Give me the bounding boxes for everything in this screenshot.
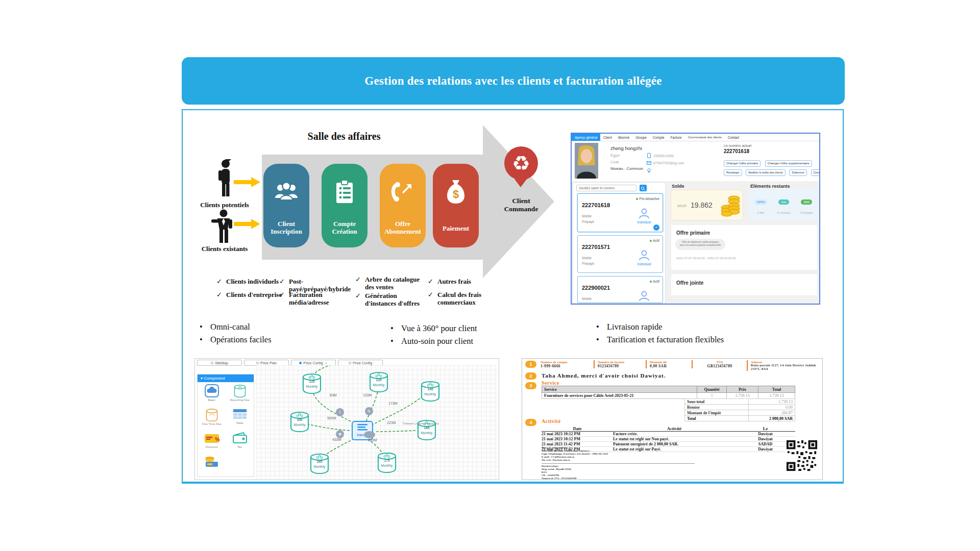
status-dot xyxy=(650,281,652,283)
design-canvas[interactable]: 125Monthly 125Monthly 350Monthly 145Mont… xyxy=(256,365,498,479)
tab-sitemap[interactable]: SiteMap xyxy=(197,360,242,366)
activity-row: 21 mai 2023 11:42 PMPaiement enregistré … xyxy=(542,442,795,447)
number-search-input[interactable] xyxy=(576,185,636,191)
activity-heading: Activité xyxy=(542,418,560,424)
create-tt-button[interactable]: Créer TT xyxy=(811,169,820,176)
step-label: Création xyxy=(332,228,357,235)
customer-name: zheng hongzhi xyxy=(610,145,642,151)
subscriber-card[interactable]: Actif 222900021 Mobile xyxy=(577,276,663,303)
offer-period: 2021-07-07 00:00:00 - 2051-07-28 00:00:0… xyxy=(676,257,736,260)
crm-tab-communaute[interactable]: Communauté des clients xyxy=(685,134,725,141)
subscribe-button[interactable]: S'abonner xyxy=(789,169,807,176)
check-icon: ✓ xyxy=(216,291,222,298)
summary-row: Montant de l'impôt260.87 xyxy=(685,410,795,416)
crm-tab-compte[interactable]: Compte xyxy=(650,134,668,141)
crm-tab-contact[interactable]: Contact xyxy=(725,134,742,141)
customer-email: 875947545@qq.com xyxy=(653,161,684,165)
step-label: Abonnement xyxy=(384,228,421,235)
crm-tab-overview[interactable]: Aperçu général xyxy=(572,134,600,141)
component-one-time-fee[interactable]: One Time Fee xyxy=(198,406,226,430)
subscriber-number: 222900021 xyxy=(582,285,610,291)
info-button[interactable]: i xyxy=(336,408,344,416)
price-node[interactable]: 285Monthly xyxy=(308,453,331,474)
price-designer-screenshot: SiteMap Price Plan Price Config ⌄ Price … xyxy=(194,358,499,480)
subscriber-plan: Prépayé xyxy=(582,262,594,265)
status-badge: Actif xyxy=(653,280,659,283)
component-panel: ▾ Component Basic Recurring Fee One Time… xyxy=(197,374,254,477)
bullet-icon: • xyxy=(200,333,203,346)
check-item: ✓Facturation média/adresse xyxy=(289,291,360,306)
price-node[interactable]: 145Monthly xyxy=(419,380,442,402)
bullet-icon: • xyxy=(596,333,599,346)
radio-icon xyxy=(211,362,213,364)
recurring-fee-icon xyxy=(232,384,248,397)
marker-3: 3 xyxy=(525,382,536,389)
balance-card: MUR 19.862 xyxy=(671,190,743,220)
invoice-summary-table: Sous-total1,739.13 Remise0.00 Montant de… xyxy=(684,398,795,421)
cylinder-node-icon xyxy=(288,411,311,432)
service-row: Fourniture de services pour Câble Ariel-… xyxy=(542,393,795,399)
balance-currency: MUR xyxy=(677,204,687,208)
crm-profile-section: zheng hongzhi Égypt Code Niveau : Commun… xyxy=(572,141,819,181)
qr-code xyxy=(786,439,818,472)
price-node[interactable]: 125Monthly xyxy=(301,372,323,394)
bullet-group: •Omni-canal •Opérations faciles xyxy=(210,320,272,346)
component-extra[interactable] xyxy=(198,454,226,477)
edit-balance-button[interactable]: Modifier le solde des clients xyxy=(746,169,786,176)
subscriber-type: Mobile xyxy=(582,214,592,218)
flow-arrow-icon xyxy=(234,177,260,187)
search-button[interactable] xyxy=(640,185,647,191)
component-tax[interactable]: Tax xyxy=(226,430,254,454)
component-button[interactable]: ❖ xyxy=(336,430,344,438)
check-icon: ✓ xyxy=(428,278,433,285)
remaining-heading: Éléments restants xyxy=(750,184,790,189)
marker-4: 4 xyxy=(525,419,536,426)
crm-tab-facture[interactable]: Facture xyxy=(668,134,685,141)
service-table: Service Quantité Prix Total Fourniture d… xyxy=(542,386,795,399)
check-item: ✓Arbre du catalogue des ventes xyxy=(365,276,424,291)
check-icon: ✓ xyxy=(355,292,361,299)
edge-label: 173M xyxy=(388,402,398,405)
subscriber-card[interactable]: Actif 222701571 Mobile Prépayé Individue… xyxy=(577,235,663,273)
check-icon: ✓ xyxy=(428,291,433,298)
mail-icon xyxy=(647,161,651,165)
summary-row: Remise0.00 xyxy=(685,405,795,410)
cloud-icon xyxy=(204,384,220,397)
component-discount[interactable]: % Discount xyxy=(198,430,226,454)
bullet-item: •Auto-soin pour client xyxy=(401,335,477,347)
remaining-card: GPRS 0 Mo Voix 0 minutes SMS 0 Articles xyxy=(749,190,818,220)
invoice-header-col: Numéro de facture0123456789 xyxy=(594,360,644,368)
location-icon xyxy=(647,168,651,173)
step-label: Client xyxy=(278,220,295,228)
invoice-header-col: Montant dû0,00 SAR xyxy=(646,360,690,368)
price-node[interactable]: 175Monthly xyxy=(376,452,398,473)
component-basic[interactable]: Basic xyxy=(198,382,226,406)
handle-button[interactable] xyxy=(364,431,375,438)
marker-1: 1 xyxy=(525,361,536,368)
bullet-item: •Opérations faciles xyxy=(210,333,272,346)
offer-chip[interactable]: Offre de téléphonie mobile prépayée avec… xyxy=(675,239,725,250)
edit-button[interactable]: ✎ xyxy=(365,407,373,415)
component-panel-title: Component xyxy=(204,376,225,381)
step-offre-abonnement: Offre Abonnement xyxy=(380,164,426,247)
price-node[interactable]: 350Monthly xyxy=(288,411,311,432)
crm-tab-client[interactable]: Client xyxy=(600,134,615,141)
activity-row: 21 mai 2023 10:12 PMLe statut est réglé … xyxy=(542,437,795,442)
selected-check-icon: ✓ xyxy=(653,224,659,231)
crm-tab-abonne[interactable]: Abonné xyxy=(615,134,632,141)
bullet-icon: • xyxy=(200,320,203,333)
crm-number-list-panel: Pré-désactivé 222701618 Mobile Prépayé I… xyxy=(573,182,666,304)
recharge-button[interactable]: Recharger xyxy=(724,169,742,176)
component-table[interactable]: Table xyxy=(226,406,254,430)
component-recurring-fee[interactable]: Recurring Fee xyxy=(226,382,254,406)
subscriber-card[interactable]: Pré-désactivé 222701618 Mobile Prépayé I… xyxy=(577,193,663,232)
check-item: ✓Clients d'entreprise xyxy=(226,291,287,298)
money-bag-icon: $ xyxy=(445,177,467,207)
subscriber-type: Mobile xyxy=(582,297,592,300)
edge-label: 433M xyxy=(332,438,341,441)
status-badge: Pré-désactivé xyxy=(639,197,659,201)
subscriber-number: 222701618 xyxy=(582,202,610,208)
crm-tab-groupe[interactable]: Groupe xyxy=(632,134,650,141)
price-node[interactable]: 125Monthly xyxy=(368,371,390,392)
recycle-icon: ♻ xyxy=(512,152,530,175)
